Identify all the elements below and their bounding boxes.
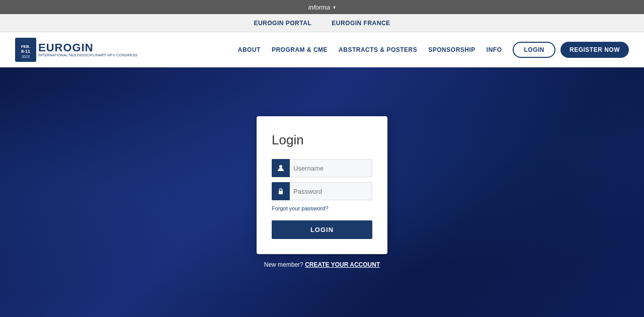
secondary-nav: EUROGIN PORTAL EUROGIN FRANCE	[0, 14, 644, 32]
eurogin-portal-link[interactable]: EUROGIN PORTAL	[254, 20, 311, 27]
main-nav: FEB. 8-11 2023 EUROGIN INTERNATIONAL MUL…	[0, 32, 644, 67]
lock-icon	[272, 182, 290, 200]
username-input-group	[272, 159, 372, 177]
forgot-password-link[interactable]: Forgot your password?	[272, 205, 372, 211]
nav-program-cme[interactable]: PROGRAM & CME	[272, 46, 328, 53]
svg-text:8-11: 8-11	[21, 49, 30, 54]
user-icon	[272, 159, 290, 177]
logo-name: EUROGIN	[38, 42, 138, 53]
logo-text: EUROGIN INTERNATIONAL MULTIDISCIPLINARY …	[38, 42, 138, 57]
svg-point-4	[279, 165, 282, 168]
new-member-text: New member?	[264, 261, 303, 268]
svg-text:FEB.: FEB.	[21, 44, 30, 49]
logo-subtitle: INTERNATIONAL MULTIDISCIPLINARY HPV CONG…	[38, 53, 138, 57]
logo-box: FEB. 8-11 2023 EUROGIN INTERNATIONAL MUL…	[15, 38, 138, 62]
logo-area: FEB. 8-11 2023 EUROGIN INTERNATIONAL MUL…	[15, 38, 138, 62]
login-title: Login	[272, 132, 372, 148]
new-member-section: New member? CREATE YOUR ACCOUNT	[264, 261, 380, 268]
top-bar: informa ▾	[0, 0, 644, 14]
hero-section: Login Forgot your password?	[0, 67, 644, 317]
nav-abstracts-posters[interactable]: ABSTRACTS & POSTERS	[339, 46, 417, 53]
eurogin-france-link[interactable]: EUROGIN FRANCE	[332, 20, 390, 27]
nav-info[interactable]: INFO	[487, 46, 502, 53]
nav-sponsorship[interactable]: SPONSORSHIP	[428, 46, 475, 53]
svg-text:2023: 2023	[22, 55, 30, 58]
logo-icon: FEB. 8-11 2023	[15, 38, 36, 62]
create-account-link[interactable]: CREATE YOUR ACCOUNT	[305, 261, 380, 268]
register-button[interactable]: REGISTER NOW	[560, 42, 629, 58]
nav-about[interactable]: ABOUT	[238, 46, 261, 53]
login-button[interactable]: LOGIN	[513, 42, 555, 58]
brand-name: informa	[308, 4, 330, 11]
login-card: Login Forgot your password?	[257, 116, 387, 254]
brand-dropdown-icon[interactable]: ▾	[333, 5, 336, 10]
login-submit-button[interactable]: LOGIN	[272, 220, 372, 239]
password-input-group	[272, 182, 372, 200]
nav-links: ABOUT PROGRAM & CME ABSTRACTS & POSTERS …	[238, 46, 502, 53]
svg-rect-5	[279, 191, 283, 194]
nav-buttons: LOGIN REGISTER NOW	[513, 42, 629, 58]
